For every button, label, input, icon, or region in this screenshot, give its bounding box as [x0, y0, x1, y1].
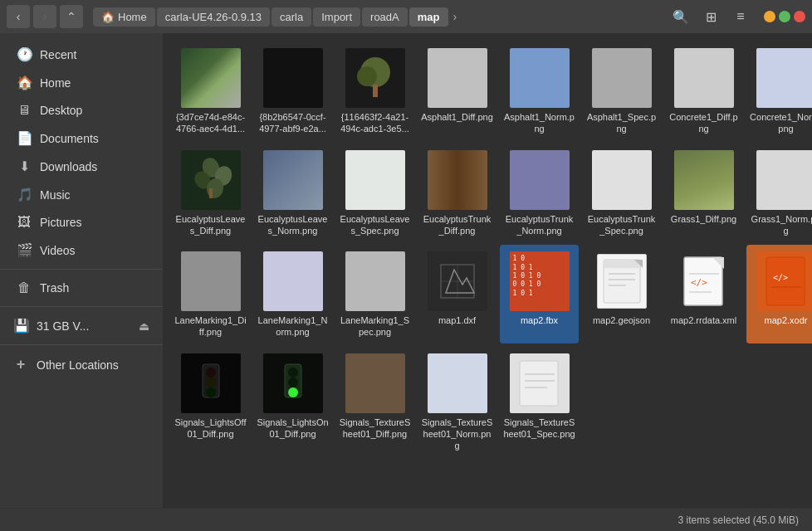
sidebar-other-locations[interactable]: + Other Locations — [0, 350, 163, 379]
file-item-eucalyptus-leaves-spec[interactable]: EucalyptusLeaves_Spec.png — [335, 144, 414, 242]
file-item-signals-lightson01-diff[interactable]: Signals_LightsOn01_Diff.png — [253, 347, 332, 457]
file-item-eucalyptus-leaves-diff[interactable]: EucalyptusLeaves_Diff.png — [171, 144, 250, 242]
file-item-signals-texsheet01-norm[interactable]: Signals_TextureSheet01_Norm.png — [418, 347, 496, 457]
file-item-asphalt1-norm[interactable]: Asphalt1_Norm.png — [500, 41, 579, 140]
file-thumb-signals-texsheet01-norm — [428, 353, 487, 413]
file-item-grass1-norm[interactable]: Grass1_Norm.png — [746, 144, 812, 242]
sidebar-item-desktop-label: Desktop — [40, 104, 82, 117]
sidebar-item-downloads-label: Downloads — [40, 160, 97, 173]
downloads-icon: ⬇ — [17, 158, 32, 174]
file-thumb-eucalyptus-trunk-spec — [592, 150, 652, 210]
sidebar-item-music[interactable]: 🎵 Music — [3, 181, 159, 208]
search-button[interactable]: 🔍 — [668, 3, 694, 30]
nav-up-button[interactable]: ⌃ — [60, 5, 83, 28]
file-item-116463[interactable]: {116463f2-4a21-494c-adc1-3e5... — [335, 41, 414, 140]
file-name-signals-lightson01-diff: Signals_LightsOn01_Diff.png — [257, 417, 329, 441]
file-item-map1-dxf[interactable]: map1.dxf — [418, 245, 496, 343]
file-item-signals-lightsoff01-diff[interactable]: Signals_LightsOff01_Diff.png — [171, 347, 250, 457]
window-controls — [764, 11, 805, 22]
file-thumb-116463 — [345, 48, 405, 108]
file-item-signals-texsheet01-diff[interactable]: Signals_TextureSheet01_Diff.png — [335, 347, 414, 457]
main-area: 🕐 Recent 🏠 Home 🖥 Desktop 📄 Documents ⬇ … — [0, 33, 812, 508]
file-item-map2-rrdata-xml[interactable]: </> map2.rrdata.xml — [664, 245, 743, 343]
breadcrumb-carla-ue4-label: carla-UE4.26-0.9.13 — [165, 11, 262, 23]
file-item-map2-fbx[interactable]: 1 01 0 11 0 1 00 0 1 01 0 1 map2.fbx — [500, 245, 579, 343]
file-thumb-asphalt1-norm — [510, 48, 570, 108]
menu-button[interactable]: ≡ — [727, 3, 754, 30]
file-item-eucalyptus-trunk-norm[interactable]: EucalyptusTrunk_Norm.png — [500, 144, 579, 242]
file-item-lanemarking1-norm[interactable]: LaneMarking1_Norm.png — [253, 245, 332, 343]
breadcrumb-map[interactable]: map — [409, 7, 448, 27]
file-item-lanemarking1-diff[interactable]: LaneMarking1_Diff.png — [171, 245, 250, 343]
file-name-signals-texsheet01-norm: Signals_TextureSheet01_Norm.png — [421, 417, 493, 452]
file-item-asphalt1-spec[interactable]: Asphalt1_Spec.png — [582, 41, 661, 140]
storage-label: 31 GB V... — [37, 319, 89, 333]
svg-text:</>: </> — [691, 277, 707, 288]
file-thumb-concrete1-diff — [674, 48, 734, 108]
file-item-8b2b[interactable]: {8b2b6547-0ccf-4977-abf9-e2a... — [253, 41, 332, 140]
file-item-map2-xodr[interactable]: </> map2.xodr — [746, 245, 812, 343]
toolbar-icons: 🔍 ⊞ ≡ — [668, 3, 754, 30]
svg-point-1 — [357, 66, 377, 86]
sidebar-item-pictures[interactable]: 🖼 Pictures — [3, 209, 159, 236]
file-item-concrete1-diff[interactable]: Concrete1_Diff.png — [664, 41, 743, 140]
documents-icon: 📄 — [17, 130, 32, 146]
file-item-eucalyptus-leaves-norm[interactable]: EucalyptusLeaves_Norm.png — [253, 144, 332, 242]
file-item-asphalt1-diff[interactable]: Asphalt1_Diff.png — [418, 41, 496, 140]
eject-button[interactable]: ⏏ — [139, 319, 149, 333]
file-item-map2-geojson[interactable]: map2.geojson — [582, 245, 661, 343]
file-thumb-lanemarking1-norm — [263, 251, 323, 311]
sidebar-item-recent[interactable]: 🕐 Recent — [3, 41, 159, 68]
statusbar: 3 items selected (45.0 MiB) — [0, 508, 812, 531]
file-thumb-lanemarking1-diff — [181, 251, 241, 311]
svg-text:</>: </> — [773, 273, 788, 282]
sidebar-item-music-label: Music — [40, 188, 71, 202]
file-item-eucalyptus-trunk-spec[interactable]: EucalyptusTrunk_Spec.png — [582, 144, 661, 242]
breadcrumb-home[interactable]: 🏠 Home — [93, 7, 155, 27]
file-name-lanemarking1-diff: LaneMarking1_Diff.png — [174, 314, 247, 339]
close-button[interactable] — [794, 11, 805, 22]
file-name-asphalt1-norm: Asphalt1_Norm.png — [503, 111, 575, 135]
file-item-concrete1-norm[interactable]: Concrete1_Norm.png — [746, 41, 812, 140]
file-item-grass1-diff[interactable]: Grass1_Diff.png — [664, 144, 743, 242]
file-name-asphalt1-spec: Asphalt1_Spec.png — [585, 111, 658, 135]
sidebar-storage[interactable]: 💾 31 GB V... ⏏ — [0, 312, 163, 339]
sidebar-item-downloads[interactable]: ⬇ Downloads — [3, 153, 159, 180]
breadcrumb-carla-ue4[interactable]: carla-UE4.26-0.9.13 — [157, 7, 270, 27]
file-area[interactable]: {3d7ce74d-e84c-4766-aec4-4d1... {8b2b654… — [163, 33, 812, 508]
view-options-button[interactable]: ⊞ — [697, 3, 724, 30]
svg-point-38 — [288, 378, 298, 387]
breadcrumb-import[interactable]: Import — [313, 7, 360, 27]
file-name-map2-geojson: map2.geojson — [593, 314, 650, 326]
breadcrumb-carla-label: carla — [280, 11, 303, 23]
file-name-eucalyptus-leaves-norm: EucalyptusLeaves_Norm.png — [257, 213, 329, 237]
sidebar-item-documents[interactable]: 📄 Documents — [3, 124, 159, 152]
sidebar-item-desktop[interactable]: 🖥 Desktop — [3, 97, 159, 124]
file-thumb-eucalyptus-leaves-diff — [181, 150, 241, 210]
file-name-8b2b: {8b2b6547-0ccf-4977-abf9-e2a... — [257, 111, 329, 135]
file-grid: {3d7ce74d-e84c-4766-aec4-4d1... {8b2b654… — [171, 41, 804, 457]
file-name-lanemarking1-spec: LaneMarking1_Spec.png — [339, 314, 411, 339]
sidebar-item-home[interactable]: 🏠 Home — [3, 69, 159, 96]
sidebar-item-trash[interactable]: 🗑 Trash — [3, 275, 159, 301]
breadcrumb: 🏠 Home carla-UE4.26-0.9.13 carla Import … — [93, 7, 658, 27]
breadcrumb-carla[interactable]: carla — [271, 7, 311, 27]
file-item-signals-texsheet01-spec[interactable]: Signals_TextureSheet01_Spec.png — [500, 347, 579, 457]
sidebar-divider-2 — [0, 306, 163, 307]
minimize-button[interactable] — [764, 11, 775, 22]
breadcrumb-roada[interactable]: roadA — [362, 7, 408, 27]
breadcrumb-more-button[interactable]: › — [450, 10, 461, 23]
svg-point-33 — [206, 368, 216, 378]
nav-back-button[interactable]: ‹ — [7, 5, 30, 28]
nav-forward-button[interactable]: › — [33, 5, 56, 28]
file-item-3d7ce[interactable]: {3d7ce74d-e84c-4766-aec4-4d1... — [171, 41, 250, 140]
file-item-lanemarking1-spec[interactable]: LaneMarking1_Spec.png — [335, 245, 414, 343]
file-item-eucalyptus-trunk-diff[interactable]: EucalyptusTrunk_Diff.png — [418, 144, 496, 242]
maximize-button[interactable] — [779, 11, 790, 22]
sidebar-divider-1 — [0, 269, 163, 270]
breadcrumb-roada-label: roadA — [370, 11, 399, 23]
file-name-concrete1-norm: Concrete1_Norm.png — [750, 111, 812, 135]
file-thumb-eucalyptus-trunk-norm — [510, 150, 570, 210]
status-text: 3 items selected (45.0 MiB) — [678, 514, 799, 526]
sidebar-item-videos[interactable]: 🎬 Videos — [3, 236, 159, 264]
